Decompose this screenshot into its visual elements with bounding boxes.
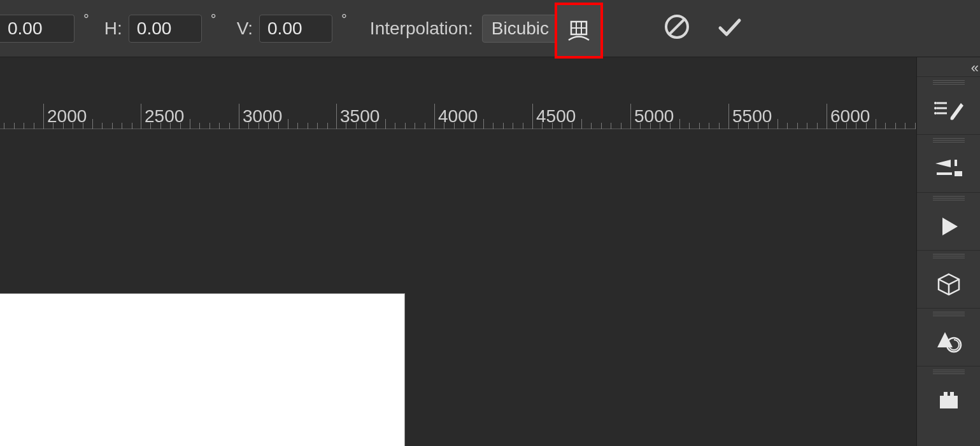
panel-group xyxy=(917,134,980,192)
ruler-minor-tick xyxy=(797,123,798,129)
ruler-minor-tick xyxy=(268,123,269,129)
ruler-minor-tick xyxy=(454,123,455,129)
v-skew-input[interactable] xyxy=(259,15,332,43)
svg-point-10 xyxy=(934,107,937,109)
panel-drag-handle[interactable] xyxy=(933,369,965,374)
ruler-minor-tick xyxy=(356,123,357,129)
ruler-minor-tick xyxy=(542,123,543,129)
panel-drag-handle[interactable] xyxy=(933,253,965,258)
plugin-panel-icon[interactable] xyxy=(917,377,980,424)
svg-rect-14 xyxy=(955,160,957,166)
ruler-minor-tick xyxy=(778,119,778,129)
canvas-area[interactable] xyxy=(0,129,916,446)
ruler-minor-tick xyxy=(719,123,720,129)
ruler-major-tick xyxy=(141,104,141,129)
ruler-minor-tick xyxy=(376,123,376,129)
ruler-minor-tick xyxy=(660,123,660,129)
actions-panel-icon[interactable] xyxy=(917,203,980,250)
svg-point-9 xyxy=(934,102,937,104)
ruler-minor-tick xyxy=(611,123,611,129)
ruler-major-tick xyxy=(336,104,337,129)
ruler-minor-tick xyxy=(308,123,308,129)
ruler-minor-tick xyxy=(895,123,896,129)
ruler-minor-tick xyxy=(915,123,916,129)
ruler-minor-tick xyxy=(278,123,279,129)
panel-drag-handle[interactable] xyxy=(933,137,965,143)
ruler-minor-tick xyxy=(219,123,220,129)
ruler-minor-tick xyxy=(180,123,181,129)
ruler-minor-tick xyxy=(523,123,523,129)
panel-group xyxy=(917,366,980,424)
svg-line-5 xyxy=(669,19,685,34)
svg-rect-13 xyxy=(955,171,962,176)
ruler-minor-tick xyxy=(317,123,318,129)
ruler-major-tick xyxy=(827,104,827,129)
ruler-minor-tick xyxy=(132,123,132,129)
h-skew-group: H: ° xyxy=(93,15,220,43)
ruler-minor-tick xyxy=(327,123,328,129)
commit-transform-button[interactable] xyxy=(707,0,751,57)
ruler-minor-tick xyxy=(63,123,64,129)
ruler-minor-tick xyxy=(699,123,700,129)
ruler-minor-tick xyxy=(199,123,200,129)
ruler-minor-tick xyxy=(209,123,210,129)
ruler-minor-tick xyxy=(552,123,553,129)
ruler-minor-tick xyxy=(807,123,807,129)
ruler-minor-tick xyxy=(288,119,288,129)
shape-history-panel-icon[interactable] xyxy=(917,319,980,366)
ruler-minor-tick xyxy=(4,123,4,129)
warp-mode-button[interactable] xyxy=(555,3,603,59)
panel-drag-handle[interactable] xyxy=(933,311,965,316)
horizontal-ruler[interactable]: 200025003000350040004500500055006000 xyxy=(0,99,916,129)
panel-drag-handle[interactable] xyxy=(933,80,965,85)
ruler-minor-tick xyxy=(787,123,788,129)
brushes-panel-icon[interactable] xyxy=(917,87,980,134)
ruler-minor-tick xyxy=(876,119,876,129)
ruler-minor-tick xyxy=(425,123,425,129)
ruler-minor-tick xyxy=(640,123,641,129)
ruler-minor-tick xyxy=(83,123,83,129)
ruler-minor-tick xyxy=(748,123,749,129)
collapse-panels-button[interactable]: « xyxy=(971,60,975,76)
panel-group xyxy=(917,308,980,366)
panels-rail: « xyxy=(916,57,980,446)
ruler-minor-tick xyxy=(621,123,621,129)
ruler-minor-tick xyxy=(14,123,15,129)
ruler-minor-tick xyxy=(395,123,395,129)
3d-panel-icon[interactable] xyxy=(917,261,980,308)
checkmark-icon xyxy=(715,13,743,45)
ruler-major-tick xyxy=(630,104,631,129)
ruler-minor-tick xyxy=(856,123,856,129)
ruler-minor-tick xyxy=(572,123,572,129)
ruler-minor-tick xyxy=(160,123,161,129)
rotate-input[interactable] xyxy=(0,15,75,43)
degree-symbol: ° xyxy=(341,11,347,28)
ruler-minor-tick xyxy=(464,123,464,129)
ruler-minor-tick xyxy=(92,119,93,129)
panel-drag-handle[interactable] xyxy=(933,195,965,200)
ruler-minor-tick xyxy=(836,123,837,129)
ruler-minor-tick xyxy=(405,123,406,129)
ruler-minor-tick xyxy=(366,123,366,129)
ruler-minor-tick xyxy=(53,123,53,129)
ruler-minor-tick xyxy=(150,123,151,129)
ruler-major-tick xyxy=(532,104,533,129)
ruler-minor-tick xyxy=(229,123,230,129)
ruler-minor-tick xyxy=(248,123,249,129)
ruler-minor-tick xyxy=(591,123,592,129)
ruler-minor-tick xyxy=(24,123,24,129)
ruler-minor-tick xyxy=(444,123,444,129)
cancel-transform-button[interactable] xyxy=(655,0,699,57)
ruler-minor-tick xyxy=(689,123,690,129)
document-canvas[interactable] xyxy=(0,293,405,446)
ruler-minor-tick xyxy=(170,123,171,129)
ruler-minor-tick xyxy=(758,123,758,129)
ruler-minor-tick xyxy=(34,123,34,129)
ruler-minor-tick xyxy=(415,123,415,129)
brush-settings-panel-icon[interactable] xyxy=(917,145,980,192)
ruler-minor-tick xyxy=(650,123,651,129)
h-skew-input[interactable] xyxy=(129,15,202,43)
ruler-minor-tick xyxy=(905,123,905,129)
ruler-minor-tick xyxy=(885,123,886,129)
ruler-major-tick xyxy=(434,104,435,129)
